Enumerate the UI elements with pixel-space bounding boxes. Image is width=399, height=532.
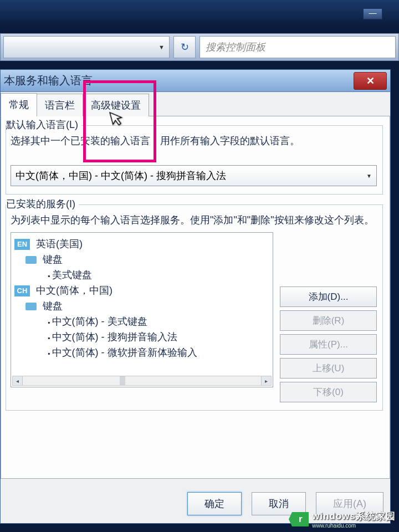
close-icon: ✕ bbox=[366, 75, 375, 87]
search-placeholder: 搜索控制面板 bbox=[206, 40, 265, 54]
scroll-left-button[interactable]: ◂ bbox=[13, 376, 23, 385]
en-badge-icon: EN bbox=[14, 239, 30, 250]
watermark-logo-icon: r bbox=[292, 512, 309, 526]
minimize-button[interactable]: — bbox=[363, 8, 382, 19]
default-language-group: 默认输入语言(L) 选择其中一个已安装的输入语言，用作所有输入字段的默认语言。 … bbox=[6, 125, 383, 195]
tree-ch-keyboard[interactable]: 键盘 bbox=[14, 298, 269, 314]
default-language-group-title: 默认输入语言(L) bbox=[6, 118, 81, 131]
installed-services-desc: 为列表中显示的每个输入语言选择服务。使用"添加"和"删除"按钮来修改这个列表。 bbox=[11, 213, 377, 228]
keyboard-icon bbox=[25, 256, 37, 264]
default-language-value: 中文(简体，中国) - 中文(简体) - 搜狗拼音输入法 bbox=[16, 169, 226, 182]
tab-content-general: 默认输入语言(L) 选择其中一个已安装的输入语言，用作所有输入字段的默认语言。 … bbox=[1, 116, 390, 479]
chevron-down-icon: ▼ bbox=[158, 44, 165, 50]
moveup-button[interactable]: 上移(U) bbox=[280, 358, 377, 378]
services-buttons: 添加(D)... 删除(R) 属性(P)... 上移(U) 下移(0) bbox=[280, 232, 377, 402]
remove-button[interactable]: 删除(R) bbox=[280, 310, 377, 331]
tree-item[interactable]: 中文(简体) - 搜狗拼音输入法 bbox=[14, 329, 269, 345]
tab-strip: 常规 语言栏 高级键设置 bbox=[1, 94, 390, 116]
outer-window-chrome: — bbox=[0, 0, 399, 28]
services-tree[interactable]: EN 英语(美国) 键盘 美式键盘 CH 中文(简体，中国) bbox=[11, 232, 273, 387]
default-language-desc: 选择其中一个已安装的输入语言，用作所有输入字段的默认语言。 bbox=[11, 134, 377, 149]
ch-lang-label: 中文(简体，中国) bbox=[36, 285, 112, 296]
tree-item[interactable]: 美式键盘 bbox=[14, 267, 269, 283]
refresh-icon: ↻ bbox=[181, 41, 189, 53]
watermark-url: www.ruhaidu.com bbox=[312, 523, 396, 529]
tree-horizontal-scrollbar[interactable]: ◂ ▸ bbox=[12, 376, 272, 386]
add-button[interactable]: 添加(D)... bbox=[280, 287, 377, 307]
properties-button[interactable]: 属性(P)... bbox=[280, 334, 377, 355]
tab-general[interactable]: 常规 bbox=[1, 93, 37, 116]
explorer-toolbar: ▼ ↻ 搜索控制面板 bbox=[0, 33, 399, 61]
search-input[interactable]: 搜索控制面板 bbox=[200, 36, 396, 58]
keyboard-icon bbox=[25, 303, 37, 310]
dialog-title: 本服务和输入语言 bbox=[1, 73, 93, 88]
close-button[interactable]: ✕ bbox=[354, 72, 387, 90]
movedown-button[interactable]: 下移(0) bbox=[280, 382, 377, 402]
watermark-text: windows系统家园 bbox=[312, 510, 396, 523]
dialog-body: 常规 语言栏 高级键设置 默认输入语言(L) 选择其中一个已安装的输入语言，用作… bbox=[1, 92, 390, 523]
keyboard-label: 键盘 bbox=[43, 300, 63, 311]
chevron-down-icon: ▼ bbox=[366, 173, 372, 179]
en-lang-label: 英语(美国) bbox=[36, 238, 83, 249]
ch-badge-icon: CH bbox=[14, 285, 30, 296]
keyboard-label: 键盘 bbox=[43, 254, 63, 265]
text-services-dialog: 本服务和输入语言 ✕ 常规 语言栏 高级键设置 默认输入语言(L) 选择其中一个… bbox=[0, 69, 391, 524]
scroll-right-button[interactable]: ▸ bbox=[261, 376, 271, 385]
tree-en-keyboard[interactable]: 键盘 bbox=[14, 252, 269, 267]
watermark: r windows系统家园 www.ruhaidu.com bbox=[292, 510, 396, 529]
default-language-select[interactable]: 中文(简体，中国) - 中文(简体) - 搜狗拼音输入法 ▼ bbox=[11, 165, 377, 186]
tab-language-bar[interactable]: 语言栏 bbox=[37, 94, 83, 116]
services-row: EN 英语(美国) 键盘 美式键盘 CH 中文(简体，中国) bbox=[11, 232, 377, 402]
ok-button[interactable]: 确定 bbox=[187, 492, 242, 515]
installed-services-group: 已安装的服务(I) 为列表中显示的每个输入语言选择服务。使用"添加"和"删除"按… bbox=[6, 204, 383, 411]
dialog-titlebar[interactable]: 本服务和输入语言 ✕ bbox=[1, 70, 390, 92]
tree-lang-en[interactable]: EN 英语(美国) bbox=[14, 236, 269, 252]
scroll-thumb[interactable] bbox=[120, 376, 125, 385]
tree-lang-ch[interactable]: CH 中文(简体，中国) bbox=[14, 283, 269, 298]
breadcrumb-dropdown[interactable]: ▼ bbox=[3, 36, 170, 58]
tree-item[interactable]: 中文(简体) - 美式键盘 bbox=[14, 314, 269, 329]
refresh-button[interactable]: ↻ bbox=[173, 36, 196, 58]
installed-services-title: 已安装的服务(I) bbox=[6, 197, 79, 211]
tree-item[interactable]: 中文(简体) - 微软拼音新体验输入 bbox=[14, 345, 269, 360]
